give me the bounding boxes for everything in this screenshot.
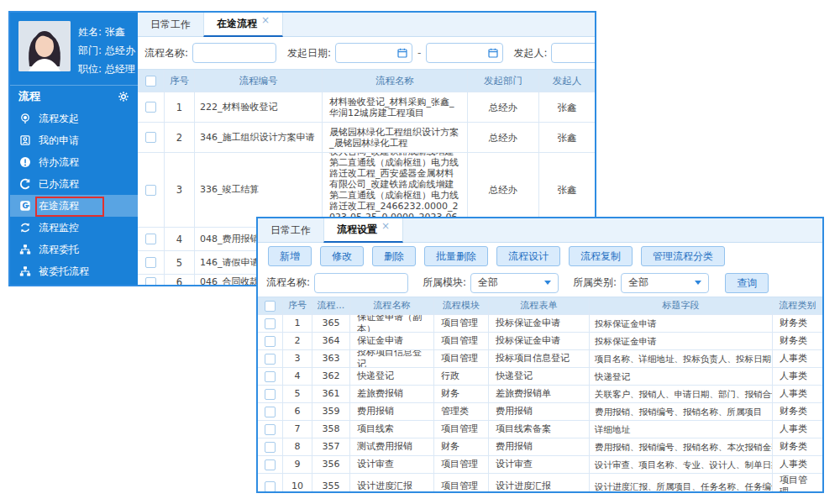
select-all-checkbox[interactable] xyxy=(145,76,156,87)
tab-in-transit-processes[interactable]: 在途流程 × xyxy=(203,13,283,37)
sidebar-item-process-monitor[interactable]: 流程监控 xyxy=(10,217,138,239)
filter-bar: 流程名称: 所属模块: 全部 所属类别: 全部 查询 xyxy=(258,269,822,297)
cell-code: 336_竣工结算 xyxy=(195,153,323,227)
process-name-input[interactable] xyxy=(192,43,276,63)
sidebar-item-label: 我的申请 xyxy=(39,134,79,148)
row-checkbox[interactable] xyxy=(265,318,276,329)
module-select[interactable]: 全部 xyxy=(470,273,559,293)
delete-button[interactable]: 删除 xyxy=(372,246,416,266)
row-checkbox[interactable] xyxy=(265,336,276,347)
table-row[interactable]: 5 361 差旅费报销 财务 差旅费报销单 关联客户、报销人、申请日期、部门、报… xyxy=(258,386,822,403)
table-row[interactable]: 2 364 保证金申请 项目管理 投标保证金申请 投标保证金申请 财务类 xyxy=(258,333,822,350)
profile-photo xyxy=(18,21,71,71)
title-value: 总经理 xyxy=(105,63,135,75)
row-checkbox[interactable] xyxy=(145,185,156,196)
table-row[interactable]: 4 362 快递登记 行政 快递登记 快递登记 人事类 xyxy=(258,368,822,386)
calendar-icon[interactable] xyxy=(488,48,498,60)
cell-title-fields: 费用报销、报销编号、报销名称、所属项目 xyxy=(590,403,773,420)
tab-close-icon[interactable]: × xyxy=(261,16,270,24)
start-date-to-field xyxy=(426,43,503,63)
table-row[interactable]: 2 346_施工组织设计方案申请 晟铭园林绿化工程组织设计方案_晟铭园林绿化工程… xyxy=(138,123,595,153)
table-row[interactable]: 9 356 设计审查 项目管理 设计审查 设计审查、项目名称、专业、设计人、制单… xyxy=(258,456,822,474)
row-checkbox[interactable] xyxy=(265,389,276,400)
cell-category: 财务类 xyxy=(773,333,822,349)
process-design-button[interactable]: 流程设计 xyxy=(496,246,560,266)
table-row[interactable]: 6 359 费用报销 管理类 费用报销 费用报销、报销编号、报销名称、所属项目 … xyxy=(258,403,822,421)
tab-daily-work[interactable]: 日常工作 xyxy=(258,218,323,242)
tab-close-icon[interactable]: × xyxy=(381,222,390,230)
sync-icon xyxy=(19,222,31,234)
category-select-value: 全部 xyxy=(628,276,648,290)
row-checkbox[interactable] xyxy=(145,102,156,113)
tab-label: 在途流程 xyxy=(217,17,257,31)
sidebar-item-label: 流程委托 xyxy=(39,243,79,257)
gear-icon[interactable] xyxy=(118,91,129,102)
filter-bar: 流程名称: 发起日期: - 发起人: xyxy=(138,37,595,69)
in-transit-icon: G xyxy=(19,200,31,212)
row-checkbox[interactable] xyxy=(145,277,156,286)
row-checkbox[interactable] xyxy=(265,424,276,435)
row-checkbox[interactable] xyxy=(265,481,276,492)
table-row[interactable]: 10 355 设计进度汇报 项目管理 设计进度汇报 设计进度汇报、所属项目、任务… xyxy=(258,474,822,491)
table-row[interactable]: 8 357 测试费用报销 财务 费用报销 费用报销、报销编号、报销名称、本次报销… xyxy=(258,438,822,456)
row-checkbox[interactable] xyxy=(145,257,156,268)
profile-section: 姓名: 张鑫 部门: 总经办 职位: 总经理 xyxy=(10,13,138,85)
sidebar-item-my-applications[interactable]: 我的申请 xyxy=(10,129,138,151)
cell-module: 项目管理 xyxy=(434,456,489,473)
tab-process-settings[interactable]: 流程设置 × xyxy=(323,218,403,243)
cell-dept: 总经办 xyxy=(468,123,539,152)
sidebar-item-label: 在途流程 xyxy=(39,199,79,213)
add-button[interactable]: 新增 xyxy=(268,246,312,266)
process-copy-button[interactable]: 流程复制 xyxy=(569,246,633,266)
sidebar-item-delegated-processes[interactable]: 被委托流程 xyxy=(10,260,138,282)
cell-name: 项目线索 xyxy=(350,421,434,438)
row-checkbox[interactable] xyxy=(265,442,276,453)
cell-name: 晟铭园林绿化工程组织设计方案_晟铭园林绿化工程 xyxy=(323,123,468,152)
sidebar-item-todo-processes[interactable]: 待办流程 xyxy=(10,151,138,173)
table-row[interactable]: 1 222_材料验收登记 材料验收登记_材料采购_张鑫_华润12城房建工程项目 … xyxy=(138,92,595,123)
calendar-icon[interactable] xyxy=(397,48,407,60)
cell-no: 4 xyxy=(283,368,312,385)
sidebar-item-process-delegation[interactable]: 流程委托 xyxy=(10,239,138,260)
sidebar-item-in-transit-processes[interactable]: G 在途流程 xyxy=(10,195,138,217)
row-checkbox[interactable] xyxy=(265,371,276,382)
cell-initiator: 张鑫 xyxy=(539,153,595,227)
table-row[interactable]: 7 358 项目线索 项目管理 项目线索备案 详细地址 人事类 xyxy=(258,421,822,438)
cell-no: 5 xyxy=(165,251,195,274)
cell-name: 保证金申请（副本） xyxy=(350,315,434,332)
cell-category: 财务类 xyxy=(773,315,822,332)
row-checkbox[interactable] xyxy=(265,407,276,417)
cell-name: 费用报销 xyxy=(350,403,434,420)
row-checkbox[interactable] xyxy=(265,354,276,365)
initiator-input[interactable] xyxy=(551,43,595,63)
process-name-input[interactable] xyxy=(314,273,408,293)
category-select[interactable]: 全部 xyxy=(621,273,709,293)
manage-process-category-button[interactable]: 管理流程分类 xyxy=(641,246,725,266)
table-row[interactable]: 3 363 投标项目信息登记 项目管理 投标项目信息登记 项目名称、详细地址、投… xyxy=(258,350,822,368)
cell-code: 365 xyxy=(312,315,350,332)
cell-name: 收入合同_改建铁路成渝线增建第二直通线（成渝枢纽）电力线路迁改工程_西安盛器金属… xyxy=(323,153,468,227)
tab-daily-work[interactable]: 日常工作 xyxy=(138,13,203,36)
chevron-down-icon xyxy=(695,281,701,285)
row-checkbox[interactable] xyxy=(265,459,276,470)
date-range-separator: - xyxy=(417,47,422,59)
process-settings-table: 序号 流程... 流程名称 流程模块 流程表单 标题字段 流程类别 1 365 … xyxy=(258,297,822,491)
sidebar-section-header: 流程 xyxy=(10,85,138,108)
row-checkbox[interactable] xyxy=(145,234,156,244)
sidebar-item-done-processes[interactable]: 已办流程 xyxy=(10,173,138,195)
table-row[interactable]: 1 365 保证金申请（副本） 项目管理 投标保证金申请 投标保证金申请 财务类 xyxy=(258,315,822,333)
sidebar-item-label: 被委托流程 xyxy=(39,265,89,279)
header-initiator: 发起人 xyxy=(539,70,595,92)
row-checkbox[interactable] xyxy=(145,132,156,143)
edit-button[interactable]: 修改 xyxy=(320,246,364,266)
cell-title-fields: 设计进度汇报、所属项目、任务名称、任务编号、设计人、汇报人、汇报日期 xyxy=(590,474,773,491)
sidebar-item-process-start[interactable]: 流程发起 xyxy=(10,108,138,129)
select-all-checkbox[interactable] xyxy=(265,301,276,312)
batch-delete-button[interactable]: 批量删除 xyxy=(424,246,488,266)
tab-label: 日常工作 xyxy=(150,18,191,32)
header-no: 序号 xyxy=(283,297,312,314)
search-button[interactable]: 查询 xyxy=(725,273,769,293)
cell-form: 费用报销 xyxy=(489,403,590,420)
cell-title-fields: 设计审查、项目名称、专业、设计人、制单日期 xyxy=(590,456,773,473)
toolbar: 新增 修改 删除 批量删除 流程设计 流程复制 管理流程分类 xyxy=(258,243,822,269)
